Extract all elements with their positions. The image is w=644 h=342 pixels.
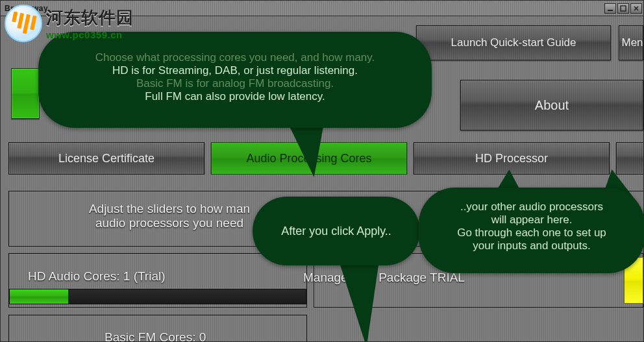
window-controls (604, 3, 642, 14)
hd-cores-slider-fill (10, 289, 69, 304)
tooltip-top-line3: Basic FM is for analog FM broadcasting. (60, 77, 410, 90)
window-title: Breakaway (5, 4, 48, 13)
launch-quickstart-button[interactable]: Launch Quick-start Guide (416, 25, 611, 60)
about-button[interactable]: About (460, 80, 643, 130)
tooltip-right-line1: ..your other audio processors (438, 201, 625, 214)
app-window: Breakaway Launch Quick-start Guide Men A… (0, 0, 644, 342)
menu-button[interactable]: Men (619, 25, 643, 60)
tooltip-right-line4: your inputs and outputs. (438, 239, 625, 252)
tooltip-top-line1: Choose what processing cores you need, a… (60, 51, 410, 64)
tooltip-right-line3: Go through each one to set up (438, 226, 625, 239)
tooltip-top-line4: Full FM can also provide low latency. (60, 90, 410, 103)
title-bar: Breakaway (1, 1, 643, 16)
tooltip-top: Choose what processing cores you need, a… (38, 32, 432, 128)
fm-cores-label: Basic FM Cores: 0 (105, 330, 206, 342)
hd-cores-slider[interactable] (9, 289, 306, 304)
tooltip-mid-text: After you click Apply.. (281, 225, 391, 238)
active-indicator[interactable] (11, 68, 40, 119)
maximize-button[interactable] (617, 3, 629, 14)
tooltip-mid: After you click Apply.. (253, 197, 420, 265)
tooltip-top-line2: HD is for Streaming, DAB, or just regula… (60, 64, 410, 77)
top-button-row: Launch Quick-start Guide Men (416, 25, 643, 60)
hd-cores-label: HD Audio Cores: 1 (Trial) (28, 269, 166, 284)
tooltip-right-line2: will appear here. (438, 214, 625, 226)
close-button[interactable] (630, 3, 642, 14)
mgmt-package-label: Management Package TRIAL (303, 271, 465, 285)
svg-rect-0 (608, 10, 613, 11)
svg-rect-1 (621, 6, 626, 11)
minimize-button[interactable] (604, 3, 616, 14)
tooltip-right: ..your other audio processors will appea… (419, 188, 644, 273)
tab-license-certificate[interactable]: License Certificate (8, 142, 204, 175)
